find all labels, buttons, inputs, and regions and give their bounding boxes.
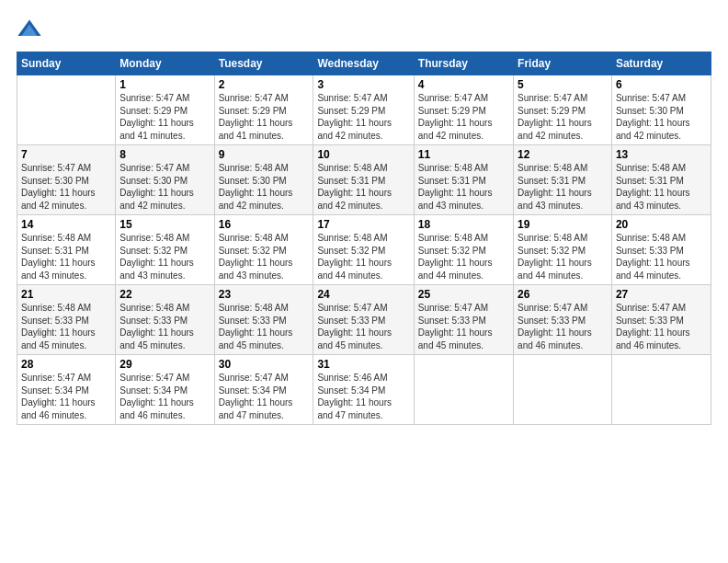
calendar-cell: 25Sunrise: 5:47 AM Sunset: 5:33 PM Dayli… — [414, 285, 513, 355]
day-header-saturday: Saturday — [611, 52, 711, 75]
day-info: Sunrise: 5:47 AM Sunset: 5:29 PM Dayligh… — [219, 92, 310, 142]
week-row-4: 28Sunrise: 5:47 AM Sunset: 5:34 PM Dayli… — [17, 355, 711, 425]
calendar-cell: 27Sunrise: 5:47 AM Sunset: 5:33 PM Dayli… — [611, 285, 711, 355]
day-number: 19 — [518, 218, 608, 231]
day-number: 5 — [518, 78, 608, 91]
day-info: Sunrise: 5:47 AM Sunset: 5:33 PM Dayligh… — [317, 302, 409, 351]
day-header-sunday: Sunday — [17, 52, 116, 75]
day-info: Sunrise: 5:47 AM Sunset: 5:33 PM Dayligh… — [518, 302, 608, 351]
day-number: 9 — [219, 148, 310, 161]
week-row-2: 14Sunrise: 5:48 AM Sunset: 5:31 PM Dayli… — [17, 215, 711, 285]
calendar-cell: 31Sunrise: 5:46 AM Sunset: 5:34 PM Dayli… — [313, 355, 414, 425]
calendar-cell: 26Sunrise: 5:47 AM Sunset: 5:33 PM Dayli… — [514, 285, 612, 355]
day-number: 29 — [119, 358, 210, 371]
day-info: Sunrise: 5:47 AM Sunset: 5:29 PM Dayligh… — [317, 92, 409, 142]
calendar-cell — [514, 355, 612, 425]
day-header-thursday: Thursday — [414, 52, 513, 75]
day-number: 8 — [119, 148, 210, 161]
day-number: 18 — [418, 218, 509, 231]
calendar-cell: 13Sunrise: 5:48 AM Sunset: 5:31 PM Dayli… — [611, 145, 711, 215]
day-number: 24 — [317, 288, 409, 301]
day-header-friday: Friday — [514, 52, 612, 75]
day-info: Sunrise: 5:48 AM Sunset: 5:31 PM Dayligh… — [317, 162, 409, 212]
week-row-1: 7Sunrise: 5:47 AM Sunset: 5:30 PM Daylig… — [17, 145, 711, 215]
calendar-cell: 10Sunrise: 5:48 AM Sunset: 5:31 PM Dayli… — [313, 145, 414, 215]
calendar-cell: 11Sunrise: 5:48 AM Sunset: 5:31 PM Dayli… — [414, 145, 513, 215]
week-row-0: 1Sunrise: 5:47 AM Sunset: 5:29 PM Daylig… — [17, 75, 711, 145]
calendar-cell: 14Sunrise: 5:48 AM Sunset: 5:31 PM Dayli… — [17, 215, 116, 285]
calendar-cell — [17, 75, 116, 145]
day-number: 14 — [21, 218, 111, 231]
calendar-cell: 7Sunrise: 5:47 AM Sunset: 5:30 PM Daylig… — [17, 145, 116, 215]
logo — [17, 17, 46, 42]
day-number: 23 — [219, 288, 310, 301]
day-header-tuesday: Tuesday — [214, 52, 313, 75]
day-info: Sunrise: 5:47 AM Sunset: 5:34 PM Dayligh… — [219, 372, 310, 421]
calendar-cell: 30Sunrise: 5:47 AM Sunset: 5:34 PM Dayli… — [214, 355, 313, 425]
day-header-monday: Monday — [116, 52, 214, 75]
calendar-cell: 9Sunrise: 5:48 AM Sunset: 5:30 PM Daylig… — [214, 145, 313, 215]
calendar-cell: 4Sunrise: 5:47 AM Sunset: 5:29 PM Daylig… — [414, 75, 513, 145]
day-info: Sunrise: 5:47 AM Sunset: 5:30 PM Dayligh… — [119, 162, 210, 212]
day-number: 13 — [616, 148, 707, 161]
calendar-cell: 12Sunrise: 5:48 AM Sunset: 5:31 PM Dayli… — [514, 145, 612, 215]
day-info: Sunrise: 5:47 AM Sunset: 5:30 PM Dayligh… — [616, 92, 707, 142]
day-header-wednesday: Wednesday — [313, 52, 414, 75]
calendar-cell: 16Sunrise: 5:48 AM Sunset: 5:32 PM Dayli… — [214, 215, 313, 285]
day-info: Sunrise: 5:47 AM Sunset: 5:30 PM Dayligh… — [21, 162, 111, 212]
calendar-cell: 22Sunrise: 5:48 AM Sunset: 5:33 PM Dayli… — [116, 285, 214, 355]
header — [17, 17, 711, 42]
day-info: Sunrise: 5:47 AM Sunset: 5:33 PM Dayligh… — [616, 302, 707, 351]
day-info: Sunrise: 5:48 AM Sunset: 5:31 PM Dayligh… — [21, 232, 111, 282]
day-info: Sunrise: 5:47 AM Sunset: 5:29 PM Dayligh… — [418, 92, 509, 142]
calendar-cell: 23Sunrise: 5:48 AM Sunset: 5:33 PM Dayli… — [214, 285, 313, 355]
calendar-cell: 3Sunrise: 5:47 AM Sunset: 5:29 PM Daylig… — [313, 75, 414, 145]
calendar-cell: 15Sunrise: 5:48 AM Sunset: 5:32 PM Dayli… — [116, 215, 214, 285]
calendar-cell: 2Sunrise: 5:47 AM Sunset: 5:29 PM Daylig… — [214, 75, 313, 145]
day-info: Sunrise: 5:47 AM Sunset: 5:29 PM Dayligh… — [119, 92, 210, 142]
day-number: 11 — [418, 148, 509, 161]
day-number: 28 — [21, 358, 111, 371]
day-number: 10 — [317, 148, 409, 161]
calendar-cell: 29Sunrise: 5:47 AM Sunset: 5:34 PM Dayli… — [116, 355, 214, 425]
day-info: Sunrise: 5:48 AM Sunset: 5:30 PM Dayligh… — [219, 162, 310, 212]
calendar-cell: 28Sunrise: 5:47 AM Sunset: 5:34 PM Dayli… — [17, 355, 116, 425]
day-info: Sunrise: 5:48 AM Sunset: 5:33 PM Dayligh… — [616, 232, 707, 282]
day-info: Sunrise: 5:48 AM Sunset: 5:31 PM Dayligh… — [418, 162, 509, 212]
calendar-cell: 17Sunrise: 5:48 AM Sunset: 5:32 PM Dayli… — [313, 215, 414, 285]
page: SundayMondayTuesdayWednesdayThursdayFrid… — [0, 0, 728, 563]
day-info: Sunrise: 5:48 AM Sunset: 5:31 PM Dayligh… — [616, 162, 707, 212]
day-number: 2 — [219, 78, 310, 91]
calendar-cell — [414, 355, 513, 425]
day-info: Sunrise: 5:47 AM Sunset: 5:34 PM Dayligh… — [119, 372, 210, 421]
day-number: 22 — [119, 288, 210, 301]
day-info: Sunrise: 5:48 AM Sunset: 5:32 PM Dayligh… — [518, 232, 608, 282]
logo-icon — [17, 17, 42, 42]
calendar-cell: 21Sunrise: 5:48 AM Sunset: 5:33 PM Dayli… — [17, 285, 116, 355]
calendar-cell: 1Sunrise: 5:47 AM Sunset: 5:29 PM Daylig… — [116, 75, 214, 145]
day-number: 3 — [317, 78, 409, 91]
calendar-header-row: SundayMondayTuesdayWednesdayThursdayFrid… — [17, 52, 711, 75]
calendar-cell: 6Sunrise: 5:47 AM Sunset: 5:30 PM Daylig… — [611, 75, 711, 145]
calendar-cell: 18Sunrise: 5:48 AM Sunset: 5:32 PM Dayli… — [414, 215, 513, 285]
calendar-cell: 24Sunrise: 5:47 AM Sunset: 5:33 PM Dayli… — [313, 285, 414, 355]
day-info: Sunrise: 5:48 AM Sunset: 5:32 PM Dayligh… — [418, 232, 509, 282]
day-info: Sunrise: 5:48 AM Sunset: 5:33 PM Dayligh… — [21, 302, 111, 351]
day-number: 15 — [119, 218, 210, 231]
day-number: 1 — [119, 78, 210, 91]
day-info: Sunrise: 5:48 AM Sunset: 5:32 PM Dayligh… — [317, 232, 409, 282]
day-number: 6 — [616, 78, 707, 91]
calendar-cell: 8Sunrise: 5:47 AM Sunset: 5:30 PM Daylig… — [116, 145, 214, 215]
week-row-3: 21Sunrise: 5:48 AM Sunset: 5:33 PM Dayli… — [17, 285, 711, 355]
day-number: 31 — [317, 358, 409, 371]
day-number: 4 — [418, 78, 509, 91]
day-info: Sunrise: 5:48 AM Sunset: 5:33 PM Dayligh… — [219, 302, 310, 351]
day-number: 30 — [219, 358, 310, 371]
day-number: 21 — [21, 288, 111, 301]
day-number: 20 — [616, 218, 707, 231]
day-info: Sunrise: 5:48 AM Sunset: 5:33 PM Dayligh… — [119, 302, 210, 351]
calendar-cell: 19Sunrise: 5:48 AM Sunset: 5:32 PM Dayli… — [514, 215, 612, 285]
day-info: Sunrise: 5:47 AM Sunset: 5:33 PM Dayligh… — [418, 302, 509, 351]
day-number: 7 — [21, 148, 111, 161]
day-number: 25 — [418, 288, 509, 301]
